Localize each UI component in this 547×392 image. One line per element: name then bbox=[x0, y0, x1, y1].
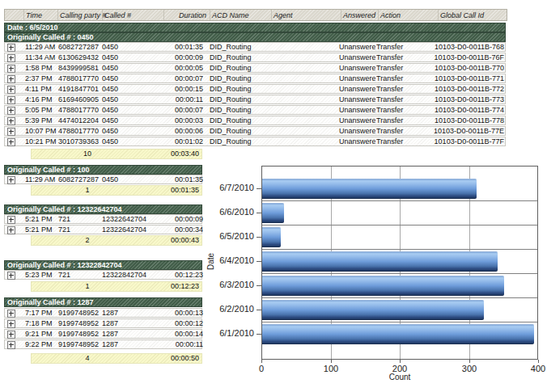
time-cell: 4:16 PM bbox=[25, 95, 57, 103]
plus-expand-icon[interactable] bbox=[7, 216, 15, 224]
table-row[interactable]: 11:29 AM6082727287045000:01:35DID_Routin… bbox=[4, 42, 506, 52]
plus-expand-icon[interactable] bbox=[7, 226, 15, 234]
group-summary-row: 100:12:23 bbox=[31, 281, 202, 292]
duration-cell: 00:00:12 bbox=[161, 319, 203, 327]
duration-cell: 00:00:07 bbox=[161, 74, 203, 82]
plus-expand-icon[interactable] bbox=[7, 331, 15, 339]
x-axis-label: 200 bbox=[380, 364, 420, 373]
table-header-row: TimeCalling party #Called #DurationACD N… bbox=[4, 9, 507, 21]
plus-expand-icon[interactable] bbox=[7, 96, 15, 104]
time-cell: 5:21 PM bbox=[25, 215, 57, 223]
summary-count: 1 bbox=[71, 282, 104, 291]
duration-cell: 00:00:15 bbox=[161, 85, 203, 93]
duration-cell: 00:12:23 bbox=[161, 271, 203, 279]
time-cell: 5:21 PM bbox=[25, 226, 57, 234]
originally-called-group-label: Originally Called # : 1287 bbox=[7, 298, 218, 306]
called-cell: 0450 bbox=[102, 74, 163, 82]
table-row[interactable]: 4:16 PM6169460905045000:00:11DID_Routing… bbox=[4, 95, 506, 104]
x-axis-tick bbox=[469, 360, 470, 363]
summary-duration: 00:00:43 bbox=[129, 236, 199, 245]
y-axis-tick bbox=[257, 213, 261, 213]
table-row[interactable]: 7:17 PM9199748952128700:00:13 bbox=[4, 308, 202, 318]
x-axis-tick bbox=[400, 360, 401, 363]
time-cell: 7:18 PM bbox=[25, 319, 57, 327]
plus-expand-icon[interactable] bbox=[7, 272, 15, 280]
calling-cell: 4474012204 bbox=[58, 116, 102, 124]
called-cell: 0450 bbox=[102, 95, 163, 103]
answered-cell: Unanswered bbox=[339, 116, 375, 124]
plus-expand-icon[interactable] bbox=[7, 341, 15, 349]
col-header-label: Duration bbox=[179, 11, 206, 19]
table-row[interactable]: 9:21 PM9199748952128700:00:14 bbox=[4, 329, 202, 339]
y-axis-tick bbox=[257, 261, 261, 262]
date-group-header-label: Date : 6/5/2010 bbox=[7, 23, 169, 32]
plus-expand-icon[interactable] bbox=[7, 44, 15, 52]
bar-6/4/2010 bbox=[262, 251, 498, 272]
gcid-cell: 10103-D0-0011B-773 bbox=[408, 95, 504, 103]
originally-called-group-header: Originally Called # : 12322642704 bbox=[4, 204, 202, 214]
acd-cell: DID_Routing bbox=[210, 116, 269, 124]
acd-cell: DID_Routing bbox=[210, 43, 269, 51]
originally-called-group-header: Originally Called # : 100 bbox=[4, 165, 202, 175]
duration-cell: 00:00:11 bbox=[161, 340, 203, 348]
table-row[interactable]: 2:37 PM4788017770045000:00:07DID_Routing… bbox=[4, 74, 506, 83]
category-separator-line bbox=[262, 322, 537, 322]
calling-cell: 721 bbox=[58, 215, 102, 223]
answered-cell: Unanswered bbox=[339, 95, 375, 103]
called-cell: 12322642704 bbox=[102, 215, 163, 223]
plus-expand-icon[interactable] bbox=[7, 75, 15, 83]
plus-expand-icon[interactable] bbox=[7, 54, 15, 62]
summary-count: 4 bbox=[71, 354, 104, 363]
chart-x-axis-title: Count bbox=[359, 373, 440, 381]
called-cell: 1287 bbox=[102, 330, 163, 338]
table-row[interactable]: 10:21 PM3010739363045000:01:02DID_Routin… bbox=[4, 137, 506, 146]
gcid-cell: 10103-D0-0011B-774 bbox=[408, 106, 504, 114]
table-row[interactable]: 5:21 PM7211232264270400:00:34 bbox=[4, 225, 202, 234]
table-row[interactable]: 11:29 AM6082727287045000:01:35 bbox=[4, 175, 202, 184]
table-row[interactable]: 4:11 PM4191847701045000:00:15DID_Routing… bbox=[4, 84, 506, 94]
table-row[interactable]: 5:21 PM7211232264270400:00:09 bbox=[4, 214, 202, 224]
calling-cell: 721 bbox=[58, 226, 102, 234]
called-cell: 0450 bbox=[102, 85, 163, 93]
plus-expand-icon[interactable] bbox=[7, 107, 15, 115]
plus-expand-icon[interactable] bbox=[7, 117, 15, 125]
time-cell: 11:29 AM bbox=[25, 175, 57, 183]
plus-expand-icon[interactable] bbox=[7, 86, 15, 94]
originally-called-group-header: Originally Called # : 1287 bbox=[4, 297, 202, 307]
plus-expand-icon[interactable] bbox=[7, 176, 15, 184]
called-cell: 0450 bbox=[102, 64, 163, 72]
gcid-cell: 10103-D0-0011B-778 bbox=[408, 116, 504, 124]
originally-called-group-header: Originally Called # : 12322842704 bbox=[4, 260, 202, 270]
table-row[interactable]: 5:05 PM4788017770045000:00:07DID_Routing… bbox=[4, 105, 506, 115]
x-axis-label: 100 bbox=[311, 364, 351, 373]
plus-expand-icon[interactable] bbox=[7, 65, 15, 73]
table-row[interactable]: 5:23 PM7211232284270400:12:23 bbox=[4, 270, 202, 280]
time-cell: 9:21 PM bbox=[25, 330, 57, 338]
plus-expand-icon[interactable] bbox=[7, 138, 15, 146]
table-row[interactable]: 5:39 PM4474012204045000:00:03DID_Routing… bbox=[4, 116, 506, 125]
y-axis-label: 6/4/2010 bbox=[191, 255, 254, 265]
calling-cell: 4788017770 bbox=[58, 106, 102, 114]
y-axis-tick bbox=[257, 237, 261, 238]
called-cell: 0450 bbox=[102, 43, 163, 51]
acd-cell: DID_Routing bbox=[210, 127, 269, 135]
gcid-cell: 10103-D0-0011B-77E bbox=[408, 127, 504, 135]
called-cell: 12322642704 bbox=[102, 226, 163, 234]
plus-expand-icon[interactable] bbox=[7, 320, 15, 328]
table-row[interactable]: 7:18 PM9199748952128700:00:12 bbox=[4, 318, 202, 328]
originally-called-group-label: Originally Called # : 12322842704 bbox=[7, 261, 218, 269]
x-axis-label: 400 bbox=[518, 364, 547, 373]
table-row[interactable]: 1:58 PM8439999581045000:00:05DID_Routing… bbox=[4, 63, 506, 73]
plus-expand-icon[interactable] bbox=[7, 128, 15, 136]
x-axis-tick bbox=[331, 360, 332, 363]
category-separator-line bbox=[262, 297, 537, 298]
col-header-gcid: Global Call Id bbox=[438, 10, 507, 20]
table-row[interactable]: 11:34 AM6130629432045000:00:09DID_Routin… bbox=[4, 53, 506, 62]
expander-column-header bbox=[5, 10, 24, 20]
plus-expand-icon[interactable] bbox=[7, 310, 15, 318]
table-row[interactable]: 9:22 PM9199748952128700:00:11 bbox=[4, 339, 202, 349]
time-cell: 5:23 PM bbox=[25, 271, 57, 279]
table-row[interactable]: 10:07 PM4788017770045000:00:06DID_Routin… bbox=[4, 126, 506, 136]
col-header-label: Time bbox=[26, 11, 42, 19]
answered-cell: Unanswered bbox=[339, 64, 375, 72]
